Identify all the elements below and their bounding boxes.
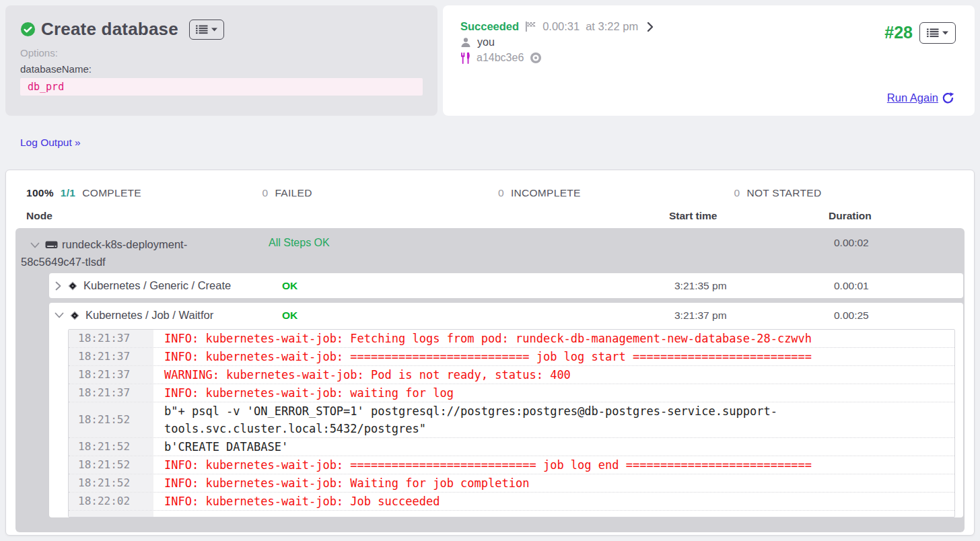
log-timestamp: 18:21:37 [69,384,153,402]
log-line: 18:21:37 INFO: kubernetes-wait-job: wait… [69,384,954,402]
check-circle-icon [20,22,36,37]
page-title: Create database [41,19,178,40]
run-again-label: Run Again [887,92,938,104]
log-text: INFO: kubernetes-wait-job: Job succeeded [153,493,954,510]
execution-actions-dropdown-button[interactable] [919,22,956,44]
option-name-label: databaseName: [20,63,423,75]
refresh-icon [942,92,954,104]
log-line: 18:21:52 INFO: kubernetes-wait-job: ====… [69,456,954,474]
option-value-databasename: db_prd [20,78,423,96]
log-line: 18:22:02 INFO: kubernetes-wait-job: Job … [69,492,954,510]
log-timestamp: 18:22:02 [69,493,153,510]
node-row[interactable]: rundeck-k8s-deployment-58c5649c47-tlsdf … [15,228,965,273]
log-timestamp: 18:21:37 [69,330,153,347]
incomplete-count: 0 [498,187,504,199]
column-header-node: Node [21,210,263,222]
log-timestamp: 18:21:52 [69,474,153,492]
log-text: b'CREATE DATABASE' [153,438,954,456]
status-badge: Succeeded [460,20,519,33]
log-text: INFO: kubernetes-wait-job: Fetching logs… [153,330,954,347]
step-start-time: 3:21:35 pm [669,280,829,292]
column-header-start-time: Start time [664,210,823,222]
log-output-link[interactable]: Log Output » [20,137,81,149]
log-text: WARNING: kubernetes-wait-job: Pod is not… [153,366,954,384]
commit-id: a14bc3e6 [477,52,524,64]
disc-icon[interactable] [530,52,542,64]
log-text: INFO: kubernetes-wait-job: =============… [153,348,954,365]
log-line: 18:21:37 INFO: kubernetes-wait-job: Fetc… [69,330,954,347]
flag-icon [525,21,536,32]
failed-count: 0 [262,187,269,199]
chevron-right-icon[interactable] [647,22,654,32]
node-duration: 0.00:02 [829,236,965,273]
step-label: Kubernetes / Generic / Create [83,279,231,292]
chevron-down-icon[interactable] [55,312,64,319]
step-row[interactable]: Kubernetes / Generic / Create OK 3:21:35… [49,273,963,298]
list-dropdown-icon [927,28,939,38]
job-definition-panel: Create database Options: databaseName: d… [5,5,438,116]
summary-row: 100% 1/1 COMPLETE 0 FAILED 0 INCOMPLETE … [21,187,965,199]
execution-number: #28 [884,23,913,42]
log-timestamp: 18:21:52 [69,402,153,437]
step-start-time: 3:21:37 pm [669,310,829,322]
not-started-label: NOT STARTED [746,187,821,199]
user-icon [460,37,471,48]
chevron-down-icon[interactable] [30,242,40,249]
collapse-chevron-right-icon[interactable] [55,281,62,291]
utensils-icon [460,52,470,64]
log-timestamp: 18:21:52 [69,456,153,474]
caret-down-icon [211,28,217,32]
log-timestamp: 18:21:37 [69,348,153,365]
step-row[interactable]: Kubernetes / Job / Waitfor OK 3:21:37 pm… [49,303,963,517]
log-output-box: 18:21:37 INFO: kubernetes-wait-job: Fetc… [68,329,955,517]
run-by-user: you [477,36,495,48]
server-icon [45,240,58,250]
log-text: INFO: kubernetes-wait-job: =============… [153,456,954,474]
step-duration: 0.00:01 [829,280,963,292]
node-group: rundeck-k8s-deployment-58c5649c47-tlsdf … [15,228,965,532]
list-dropdown-icon [196,25,208,34]
log-timestamp: 18:21:52 [69,438,153,456]
log-line: 18:21:52 b'CREATE DATABASE' [69,437,954,456]
complete-percent: 100% [26,187,54,199]
finished-at-time: at 3:22 pm [586,20,638,33]
log-text: INFO: kubernetes-wait-job: Waiting for j… [153,474,954,492]
log-line: 18:21:37 WARNING: kubernetes-wait-job: P… [69,365,954,384]
elapsed-time: 0.00:31 [542,20,580,33]
log-text: b"+ psql -v 'ON_ERROR_STOP=1' postgresql… [153,402,954,437]
column-header-duration: Duration [823,210,965,222]
execution-summary-panel: Succeeded 0.00:31 at 3:22 pm [443,5,975,116]
complete-label: COMPLETE [82,187,141,199]
log-filler [69,510,954,517]
step-duration: 0.00:25 [829,310,963,322]
job-actions-dropdown-button[interactable] [189,20,224,40]
step-status: OK [269,280,669,292]
log-timestamp: 18:21:37 [69,366,153,384]
log-text: INFO: kubernetes-wait-job: waiting for l… [153,384,954,402]
log-line: 18:21:52 INFO: kubernetes-wait-job: Wait… [69,474,954,492]
complete-ratio: 1/1 [61,187,75,199]
step-status: OK [269,310,669,322]
caret-down-icon [942,31,948,35]
node-report-card: 100% 1/1 COMPLETE 0 FAILED 0 INCOMPLETE … [5,170,975,536]
log-line: 18:21:37 INFO: kubernetes-wait-job: ====… [69,347,954,365]
node-status: All Steps OK [269,236,669,273]
log-line: 18:21:52 b"+ psql -v 'ON_ERROR_STOP=1' p… [69,402,954,437]
options-label: Options: [20,47,423,59]
incomplete-label: INCOMPLETE [511,187,581,199]
table-header-row: Node Start time Duration [21,210,965,222]
step-label: Kubernetes / Job / Waitfor [85,309,213,322]
not-started-count: 0 [734,187,740,199]
run-again-link[interactable]: Run Again [887,92,954,104]
diamond-step-icon [67,281,78,291]
failed-label: FAILED [275,187,312,199]
diamond-step-icon [69,310,80,321]
